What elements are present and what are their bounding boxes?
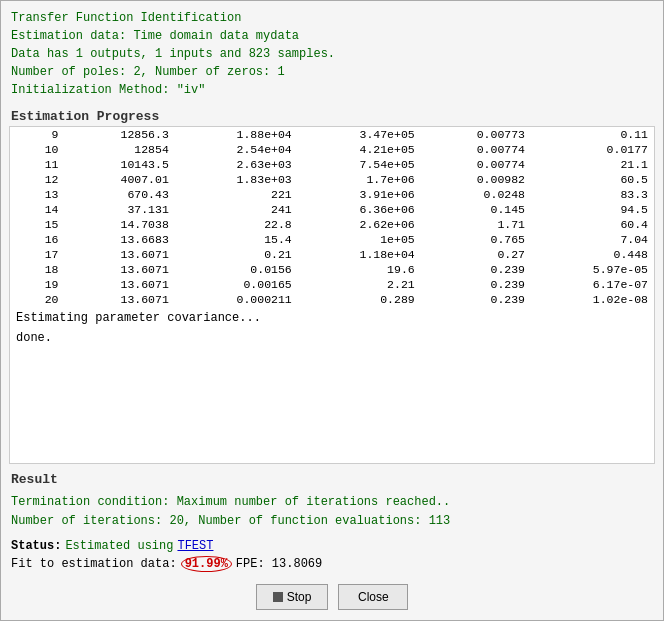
table-cell: 0.0248 <box>421 187 531 202</box>
close-button[interactable]: Close <box>338 584 408 610</box>
table-cell: 14 <box>10 202 65 217</box>
table-cell: 221 <box>175 187 298 202</box>
stop-button[interactable]: Stop <box>256 584 329 610</box>
table-row: 912856.31.88e+043.47e+050.007730.11 <box>10 127 654 142</box>
table-cell: 18 <box>10 262 65 277</box>
table-cell: 13 <box>10 187 65 202</box>
table-cell: 14.7038 <box>65 217 175 232</box>
estimating-line1: Estimating parameter covariance... <box>10 307 654 327</box>
table-cell: 22.8 <box>175 217 298 232</box>
fit-value: 91.99% <box>181 556 232 572</box>
table-cell: 37.131 <box>65 202 175 217</box>
status-label: Status: <box>11 539 61 553</box>
table-cell: 17 <box>10 247 65 262</box>
table-row: 124007.011.83e+031.7e+060.0098260.5 <box>10 172 654 187</box>
stop-icon <box>273 592 283 602</box>
table-cell: 1.02e-08 <box>531 292 654 307</box>
fit-fpe: FPE: 13.8069 <box>236 557 322 571</box>
table-cell: 0.000211 <box>175 292 298 307</box>
table-cell: 241 <box>175 202 298 217</box>
table-cell: 0.239 <box>421 262 531 277</box>
table-cell: 16 <box>10 232 65 247</box>
table-cell: 4.21e+05 <box>298 142 421 157</box>
table-cell: 0.0156 <box>175 262 298 277</box>
table-cell: 1.71 <box>421 217 531 232</box>
table-cell: 21.1 <box>531 157 654 172</box>
table-cell: 13.6071 <box>65 277 175 292</box>
fit-label: Fit to estimation data: <box>11 557 177 571</box>
table-cell: 0.289 <box>298 292 421 307</box>
estimating-line2: done. <box>10 327 654 347</box>
table-cell: 0.00982 <box>421 172 531 187</box>
table-cell: 6.36e+06 <box>298 202 421 217</box>
table-cell: 13.6071 <box>65 262 175 277</box>
table-cell: 6.17e-07 <box>531 277 654 292</box>
status-link[interactable]: TFEST <box>177 539 213 553</box>
result-section: Termination condition: Maximum number of… <box>1 489 663 533</box>
table-cell: 670.43 <box>65 187 175 202</box>
table-cell: 12 <box>10 172 65 187</box>
header-line4: Number of poles: 2, Number of zeros: 1 <box>11 63 653 81</box>
table-cell: 3.47e+05 <box>298 127 421 142</box>
progress-table: 912856.31.88e+043.47e+050.007730.1110128… <box>10 127 654 307</box>
table-cell: 0.448 <box>531 247 654 262</box>
table-cell: 0.00774 <box>421 157 531 172</box>
table-row: 1437.1312416.36e+060.14594.5 <box>10 202 654 217</box>
estimation-progress-label: Estimation Progress <box>1 103 663 126</box>
table-cell: 1.7e+06 <box>298 172 421 187</box>
table-cell: 3.91e+06 <box>298 187 421 202</box>
table-row: 1110143.52.63e+037.54e+050.0077421.1 <box>10 157 654 172</box>
table-cell: 1.88e+04 <box>175 127 298 142</box>
status-line: Status: Estimated using TFEST <box>1 533 663 555</box>
result-line2: Number of iterations: 20, Number of func… <box>11 512 653 531</box>
table-cell: 7.54e+05 <box>298 157 421 172</box>
table-cell: 19 <box>10 277 65 292</box>
table-cell: 5.97e-05 <box>531 262 654 277</box>
table-cell: 19.6 <box>298 262 421 277</box>
table-cell: 20 <box>10 292 65 307</box>
header-section: Transfer Function Identification Estimat… <box>1 1 663 103</box>
header-line5: Initialization Method: "iv" <box>11 81 653 99</box>
table-cell: 13.6683 <box>65 232 175 247</box>
table-cell: 10143.5 <box>65 157 175 172</box>
table-cell: 9 <box>10 127 65 142</box>
table-row: 1813.60710.015619.60.2395.97e-05 <box>10 262 654 277</box>
header-line2: Estimation data: Time domain data mydata <box>11 27 653 45</box>
table-cell: 2.54e+04 <box>175 142 298 157</box>
table-cell: 0.21 <box>175 247 298 262</box>
footer: Stop Close <box>1 576 663 620</box>
header-line1: Transfer Function Identification <box>11 9 653 27</box>
table-cell: 0.00774 <box>421 142 531 157</box>
stop-label: Stop <box>287 590 312 604</box>
table-cell: 60.5 <box>531 172 654 187</box>
table-cell: 0.0177 <box>531 142 654 157</box>
table-cell: 2.62e+06 <box>298 217 421 232</box>
table-cell: 10 <box>10 142 65 157</box>
table-cell: 1.18e+04 <box>298 247 421 262</box>
table-cell: 0.00773 <box>421 127 531 142</box>
fit-line: Fit to estimation data: 91.99% FPE: 13.8… <box>1 555 663 576</box>
table-cell: 0.11 <box>531 127 654 142</box>
dialog: Transfer Function Identification Estimat… <box>0 0 664 621</box>
table-cell: 15.4 <box>175 232 298 247</box>
table-row: 1713.60710.211.18e+040.270.448 <box>10 247 654 262</box>
status-value: Estimated using <box>65 539 173 553</box>
table-cell: 12856.3 <box>65 127 175 142</box>
table-cell: 15 <box>10 217 65 232</box>
table-row: 1514.703822.82.62e+061.7160.4 <box>10 217 654 232</box>
table-cell: 94.5 <box>531 202 654 217</box>
result-line1: Termination condition: Maximum number of… <box>11 493 653 512</box>
table-cell: 2.21 <box>298 277 421 292</box>
table-cell: 13.6071 <box>65 292 175 307</box>
table-cell: 0.27 <box>421 247 531 262</box>
table-row: 10128542.54e+044.21e+050.007740.0177 <box>10 142 654 157</box>
table-cell: 12854 <box>65 142 175 157</box>
table-row: 1913.60710.001652.210.2396.17e-07 <box>10 277 654 292</box>
table-row: 2013.60710.0002110.2890.2391.02e-08 <box>10 292 654 307</box>
table-cell: 0.765 <box>421 232 531 247</box>
table-cell: 1.83e+03 <box>175 172 298 187</box>
table-cell: 2.63e+03 <box>175 157 298 172</box>
table-cell: 83.3 <box>531 187 654 202</box>
progress-box[interactable]: 912856.31.88e+043.47e+050.007730.1110128… <box>9 126 655 464</box>
table-cell: 4007.01 <box>65 172 175 187</box>
